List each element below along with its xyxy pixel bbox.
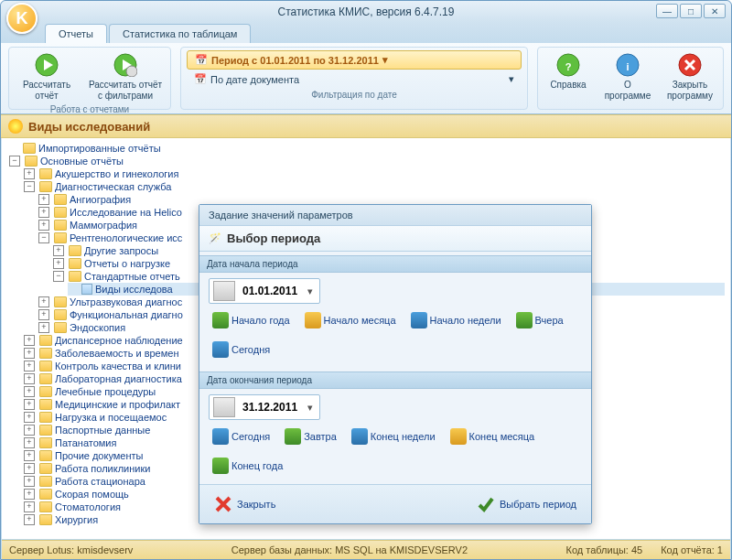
period-mode[interactable]: 📅 По дате документа ▾ — [187, 70, 522, 89]
ribbon-group-caption: Фильтрация по дате — [187, 89, 522, 100]
folder-icon — [54, 322, 67, 333]
arrow-icon — [516, 312, 533, 328]
calendar-icon — [213, 281, 235, 301]
folder-icon — [39, 373, 52, 384]
end-date-label: Дата окончания периода — [199, 372, 591, 389]
folder-icon — [54, 309, 67, 320]
folder-icon — [39, 501, 52, 512]
folder-icon — [39, 514, 52, 525]
ribbon-group-reports: Рассчитать отчёт Рассчитать отчёт с филь… — [8, 47, 171, 110]
tab-reports[interactable]: Отчеты — [45, 24, 107, 43]
folder-icon — [39, 437, 52, 448]
chevron-down-icon[interactable]: ▾ — [305, 402, 316, 414]
play-filter-icon — [113, 52, 138, 78]
ribbon-group-app: ? Справка i О программе Закрыть программ… — [537, 47, 724, 110]
minimize-button[interactable]: ― — [656, 4, 678, 18]
close-app-button[interactable]: Закрыть программу — [662, 50, 717, 103]
quick-tomorrow-button[interactable]: Завтра — [281, 425, 340, 447]
folder-icon — [54, 296, 67, 307]
folder-icon — [25, 156, 38, 167]
period-dialog: Задание значений параметров 🪄 Выбор пери… — [199, 204, 592, 524]
arrow-icon — [212, 312, 229, 328]
quick-today-end-button[interactable]: Сегодня — [209, 425, 274, 447]
hourglass-icon — [305, 312, 321, 328]
start-date-label: Дата начала периода — [199, 255, 591, 273]
chevron-down-icon: ▾ — [509, 73, 514, 85]
status-table-code: Код таблицы: 45 — [565, 544, 642, 555]
folder-icon — [39, 412, 52, 423]
folder-icon — [39, 361, 52, 372]
app-logo: K — [6, 3, 38, 34]
folder-icon — [39, 450, 52, 461]
close-icon — [214, 495, 232, 513]
status-lotus: Сервер Lotus: kmisdevserv — [9, 544, 133, 555]
hourglass-icon — [450, 428, 467, 445]
wand-icon: 🪄 — [209, 232, 221, 244]
close-window-button[interactable]: ✕ — [704, 4, 726, 18]
folder-icon — [69, 245, 81, 256]
dialog-header: 🪄 Выбор периода — [199, 226, 591, 252]
end-date-input[interactable]: 31.12.2011 ▾ — [209, 394, 320, 420]
quick-month-end-button[interactable]: Конец месяца — [447, 425, 539, 447]
section-title: Виды исследований — [28, 120, 150, 134]
lightbulb-icon — [8, 119, 23, 134]
dialog-select-button[interactable]: Выбрать период — [471, 492, 582, 516]
quick-week-start-button[interactable]: Начало недели — [407, 309, 505, 331]
folder-icon — [54, 194, 67, 205]
check-icon — [477, 495, 495, 513]
info-icon: i — [615, 52, 640, 78]
statusbar: Сервер Lotus: kmisdevserv Сервер базы да… — [2, 540, 730, 559]
help-icon: ? — [555, 52, 581, 78]
tree-item[interactable]: Акушерство и гинекология — [24, 167, 725, 180]
dialog-close-button[interactable]: Закрыть — [209, 492, 281, 516]
quick-month-start-button[interactable]: Начало месяца — [301, 309, 400, 331]
status-db: Сервер базы данных: MS SQL на KMISDEVSER… — [231, 544, 468, 555]
chevron-down-icon[interactable]: ▾ — [305, 285, 316, 297]
start-date-input[interactable]: 01.01.2011 ▾ — [209, 278, 320, 304]
arrow-icon — [285, 428, 301, 445]
main-tabs: Отчеты Статистика по таблицам — [1, 23, 731, 43]
tab-tables[interactable]: Статистика по таблицам — [109, 24, 251, 43]
folder-icon — [23, 143, 36, 154]
play-icon — [34, 52, 59, 78]
quick-year-start-button[interactable]: Начало года — [209, 309, 294, 331]
status-report-code: Код отчёта: 1 — [661, 544, 723, 555]
calendar-icon: 📅 — [194, 73, 207, 85]
tree-item[interactable]: Основные отчёты — [9, 155, 725, 167]
folder-icon — [39, 463, 52, 474]
app-window: Статистика КМИС, версия 6.4.7.19 ― □ ✕ K… — [0, 0, 732, 560]
ribbon-group-caption — [544, 103, 717, 114]
calendar-icon — [213, 397, 235, 417]
ribbon-group-caption: Работа с отчетами — [15, 103, 165, 114]
folder-icon — [39, 348, 52, 359]
maximize-button[interactable]: □ — [680, 4, 702, 18]
quick-year-end-button[interactable]: Конец года — [209, 455, 286, 477]
svg-point-4 — [126, 66, 137, 77]
calc-report-button[interactable]: Рассчитать отчёт — [15, 50, 79, 103]
quick-week-end-button[interactable]: Конец недели — [348, 425, 439, 447]
titlebar: Статистика КМИС, версия 6.4.7.19 ― □ ✕ — [1, 1, 731, 23]
chevron-down-icon: ▾ — [382, 54, 388, 66]
ribbon: Рассчитать отчёт Рассчитать отчёт с филь… — [1, 43, 731, 114]
folder-icon — [39, 476, 52, 487]
folder-icon — [69, 258, 81, 269]
arrow-icon — [212, 428, 229, 445]
quick-yesterday-button[interactable]: Вчера — [512, 309, 567, 331]
calc-report-filter-button[interactable]: Рассчитать отчёт с фильтрами — [86, 50, 165, 103]
folder-icon — [39, 425, 52, 436]
period-display[interactable]: 📅 Период с 01.01.2011 по 31.12.2011 ▾ — [187, 50, 522, 70]
about-button[interactable]: i О программе — [600, 50, 655, 103]
calendar-icon — [411, 312, 427, 328]
tree-item[interactable]: Импортированные отчёты — [9, 142, 725, 155]
ribbon-group-period: 📅 Период с 01.01.2011 по 31.12.2011 ▾ 📅 … — [180, 47, 528, 110]
quick-today-button[interactable]: Сегодня — [209, 339, 274, 361]
folder-icon — [54, 220, 67, 231]
window-title: Статистика КМИС, версия 6.4.7.19 — [278, 5, 455, 18]
tree-item[interactable]: Диагностическая служба — [24, 180, 725, 193]
folder-icon — [69, 271, 81, 282]
svg-text:i: i — [626, 61, 629, 72]
folder-icon — [39, 168, 52, 179]
calendar-icon — [351, 428, 368, 445]
section-header: Виды исследований — [1, 114, 731, 138]
help-button[interactable]: ? Справка — [544, 50, 593, 103]
